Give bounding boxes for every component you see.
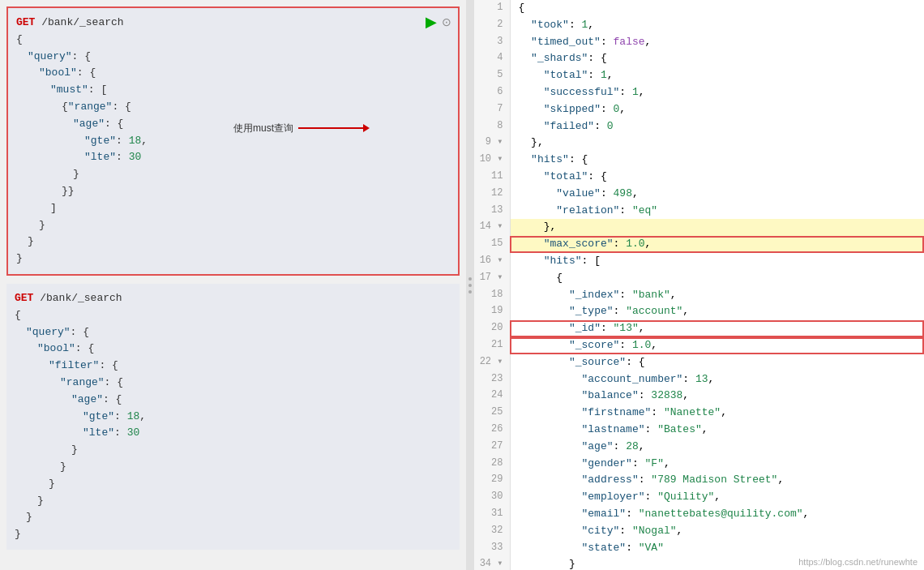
line-content: {: [510, 270, 924, 287]
line-number: 3: [474, 34, 510, 51]
line-number: 14 ▾: [474, 219, 510, 236]
line-content: "firstname": "Nanette",: [510, 405, 924, 422]
line-number: 32: [474, 523, 510, 540]
run-button[interactable]: ▶: [426, 13, 437, 31]
line-content: "hits": [: [510, 253, 924, 270]
line-content: "state": "VA": [510, 540, 924, 557]
line-content: "_type": "account",: [510, 303, 924, 320]
line-number: 6: [474, 84, 510, 101]
line-number: 28: [474, 456, 510, 473]
top-code-body: { "query": { "bool": { "must": [ {"range…: [16, 32, 450, 268]
line-content: "city": "Nogal",: [510, 523, 924, 540]
json-output-table: 1{2 "took": 1,3 "timed_out": false,4 "_s…: [474, 0, 924, 570]
line-content: "age": 28,: [510, 439, 924, 456]
line-content: "lastname": "Bates",: [510, 422, 924, 439]
line-content: "value": 498,: [510, 186, 924, 203]
line-content: "employer": "Quility",: [510, 489, 924, 506]
line-number: 2: [474, 17, 510, 34]
line-number: 27: [474, 439, 510, 456]
line-number: 24: [474, 388, 510, 405]
line-content: "total": 1,: [510, 67, 924, 84]
line-number: 15: [474, 236, 510, 253]
right-panel: 1{2 "took": 1,3 "timed_out": false,4 "_s…: [474, 0, 924, 570]
line-content: "balance": 32838,: [510, 388, 924, 405]
line-number: 8: [474, 118, 510, 135]
bottom-code-block: GET /bank/_search { "query": { "bool": {…: [6, 284, 460, 550]
line-number: 34 ▾: [474, 556, 510, 570]
line-number: 13: [474, 203, 510, 220]
line-number: 5: [474, 67, 510, 84]
line-content: "account_number": 13,: [510, 371, 924, 388]
http-method: GET: [16, 16, 35, 28]
line-number: 10 ▾: [474, 152, 510, 169]
line-content: {: [510, 0, 924, 17]
line-content: "successful": 1,: [510, 84, 924, 101]
line-number: 11: [474, 169, 510, 186]
line-number: 33: [474, 540, 510, 557]
divider-dot: [468, 284, 472, 287]
line-content: "skipped": 0,: [510, 101, 924, 118]
line-number: 4: [474, 50, 510, 67]
eye-button[interactable]: ⊙: [442, 13, 451, 31]
line-content: },: [510, 135, 924, 152]
line-content: "_shards": {: [510, 50, 924, 67]
line-content: "address": "789 Madison Street",: [510, 472, 924, 489]
line-number: 19: [474, 303, 510, 320]
left-panel: ▶ ⊙ GET /bank/_search { "query": { "bool…: [0, 0, 466, 570]
line-content: "email": "nanettebates@quility.com",: [510, 506, 924, 523]
line-content: "max_score": 1.0,: [510, 236, 924, 253]
line-number: 20: [474, 320, 510, 337]
api-path: /bank/_search: [35, 16, 123, 28]
line-content: "failed": 0: [510, 118, 924, 135]
bottom-code-body: { "query": { "bool": { "filter": { "rang…: [15, 307, 451, 543]
line-number: 16 ▾: [474, 253, 510, 270]
line-content: "_source": {: [510, 354, 924, 371]
line-number: 29: [474, 472, 510, 489]
line-content: },: [510, 219, 924, 236]
bottom-api-path: /bank/_search: [33, 292, 122, 304]
line-number: 26: [474, 422, 510, 439]
line-number: 1: [474, 0, 510, 17]
annotation-text: 使用must查询: [233, 122, 293, 135]
bottom-method-line: GET /bank/_search: [15, 290, 451, 307]
top-code-block: ▶ ⊙ GET /bank/_search { "query": { "bool…: [6, 6, 460, 276]
line-number: 23: [474, 371, 510, 388]
line-content: "took": 1,: [510, 17, 924, 34]
line-content: "gender": "F",: [510, 456, 924, 473]
line-number: 25: [474, 405, 510, 422]
top-method-line: GET /bank/_search: [16, 15, 450, 32]
watermark: https://blog.csdn.net/runewhte: [798, 557, 918, 567]
line-number: 31: [474, 506, 510, 523]
line-number: 30: [474, 489, 510, 506]
line-number: 7: [474, 101, 510, 118]
line-number: 18: [474, 287, 510, 304]
line-content: "timed_out": false,: [510, 34, 924, 51]
line-number: 17 ▾: [474, 270, 510, 287]
panel-divider: [466, 0, 474, 570]
line-number: 21: [474, 337, 510, 354]
line-number: 12: [474, 186, 510, 203]
line-number: 9 ▾: [474, 135, 510, 152]
line-content: "hits": {: [510, 152, 924, 169]
line-content: "total": {: [510, 169, 924, 186]
line-content: "relation": "eq": [510, 203, 924, 220]
line-number: 22 ▾: [474, 354, 510, 371]
divider-dot: [468, 290, 472, 294]
line-content: "_id": "13",: [510, 320, 924, 337]
bottom-http-method: GET: [15, 292, 33, 304]
line-content: "_index": "bank",: [510, 287, 924, 304]
divider-dot: [468, 277, 472, 281]
line-content: "_score": 1.0,: [510, 337, 924, 354]
toolbar: ▶ ⊙: [426, 13, 451, 31]
